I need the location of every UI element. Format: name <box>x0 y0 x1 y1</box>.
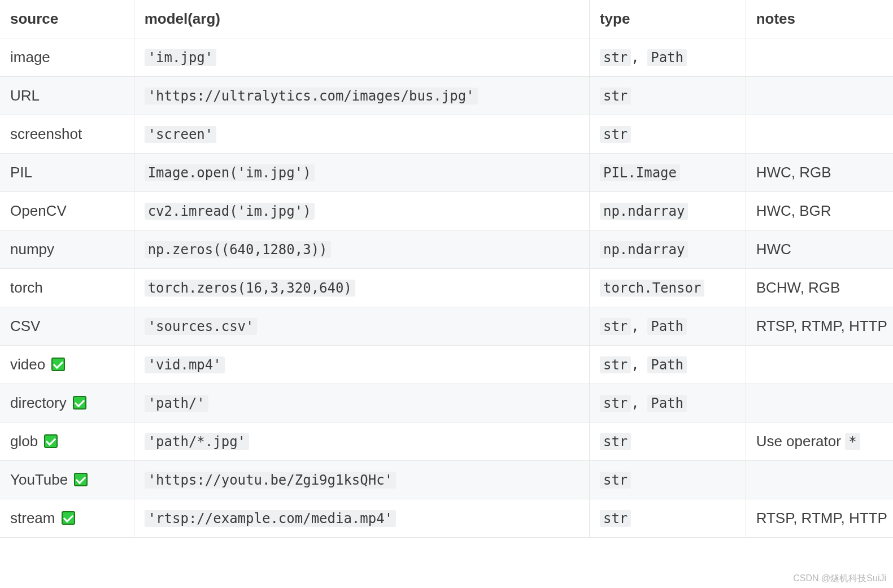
model-arg-code: 'path/*.jpg' <box>145 433 249 450</box>
type-code: str <box>600 472 631 489</box>
model-arg-code: 'screen' <box>145 126 217 143</box>
cell-model: 'https://ultralytics.com/images/bus.jpg' <box>134 77 589 115</box>
type-code: str <box>600 356 631 373</box>
cell-type: np.ndarray <box>589 230 746 269</box>
cell-model: torch.zeros(16,3,320,640) <box>134 269 589 307</box>
cell-notes: RTSP, RTMP, HTTP <box>746 499 893 538</box>
cell-model: 'path/' <box>134 384 589 423</box>
source-label: image <box>10 49 50 66</box>
model-arg-code: Image.open('im.jpg') <box>145 164 315 181</box>
cell-notes <box>746 346 893 384</box>
notes-text: HWC, BGR <box>756 202 831 219</box>
cell-source: directory <box>0 384 134 423</box>
model-arg-code: 'https://youtu.be/Zgi9g1ksQHc' <box>145 472 396 489</box>
cell-type: str <box>589 115 746 154</box>
type-separator: , <box>631 319 647 334</box>
cell-notes: HWC, BGR <box>746 192 893 230</box>
model-arg-code: 'path/' <box>145 395 208 412</box>
cell-source: CSV <box>0 307 134 346</box>
source-label: numpy <box>10 241 54 258</box>
cell-notes <box>746 115 893 154</box>
table-row: CSV'sources.csv'str, PathRTSP, RTMP, HTT… <box>0 307 893 346</box>
cell-notes <box>746 38 893 77</box>
cell-type: torch.Tensor <box>589 269 746 307</box>
type-separator: , <box>631 50 647 66</box>
table-row: YouTube 'https://youtu.be/Zgi9g1ksQHc'st… <box>0 461 893 499</box>
header-source: source <box>0 0 134 38</box>
type-code: str <box>600 433 631 450</box>
cell-source: stream <box>0 499 134 538</box>
cell-type: str <box>589 499 746 538</box>
type-code: Path <box>647 318 687 335</box>
cell-model: Image.open('im.jpg') <box>134 154 589 192</box>
cell-source: PIL <box>0 154 134 192</box>
table-row: glob 'path/*.jpg'strUse operator * <box>0 423 893 461</box>
cell-model: 'im.jpg' <box>134 38 589 77</box>
cell-source: numpy <box>0 230 134 269</box>
type-code: Path <box>647 49 687 66</box>
table-row: PILImage.open('im.jpg')PIL.ImageHWC, RGB <box>0 154 893 192</box>
cell-model: cv2.imread('im.jpg') <box>134 192 589 230</box>
type-code: str <box>600 395 631 412</box>
cell-model: np.zeros((640,1280,3)) <box>134 230 589 269</box>
model-arg-code: cv2.imread('im.jpg') <box>145 203 315 220</box>
source-label: CSV <box>10 317 40 334</box>
cell-model: 'vid.mp4' <box>134 346 589 384</box>
type-code: PIL.Image <box>600 164 680 181</box>
type-separator: , <box>631 357 647 373</box>
model-arg-code: 'rtsp://example.com/media.mp4' <box>145 510 396 527</box>
cell-model: 'https://youtu.be/Zgi9g1ksQHc' <box>134 461 589 499</box>
source-label: URL <box>10 87 40 104</box>
cell-notes <box>746 461 893 499</box>
table-row: numpynp.zeros((640,1280,3))np.ndarrayHWC <box>0 230 893 269</box>
notes-text: BCHW, RGB <box>756 279 840 296</box>
table-row: stream 'rtsp://example.com/media.mp4'str… <box>0 499 893 538</box>
type-code: np.ndarray <box>600 203 689 220</box>
source-label: stream <box>10 509 55 526</box>
cell-source: video <box>0 346 134 384</box>
type-code: str <box>600 126 631 143</box>
notes-text: Use operator <box>756 433 846 450</box>
cell-notes <box>746 384 893 423</box>
cell-notes: HWC, RGB <box>746 154 893 192</box>
check-icon <box>74 473 88 486</box>
cell-notes: BCHW, RGB <box>746 269 893 307</box>
table-row: video 'vid.mp4'str, Path <box>0 346 893 384</box>
header-notes: notes <box>746 0 893 38</box>
type-code: str <box>600 49 631 66</box>
check-icon <box>62 511 75 525</box>
model-arg-code: 'https://ultralytics.com/images/bus.jpg' <box>145 88 478 104</box>
cell-model: 'rtsp://example.com/media.mp4' <box>134 499 589 538</box>
notes-text: HWC <box>756 241 791 258</box>
check-icon <box>44 434 58 448</box>
cell-source: YouTube <box>0 461 134 499</box>
cell-source: OpenCV <box>0 192 134 230</box>
check-icon <box>73 396 86 410</box>
cell-type: str <box>589 423 746 461</box>
cell-model: 'screen' <box>134 115 589 154</box>
source-label: glob <box>10 433 38 450</box>
cell-notes: Use operator * <box>746 423 893 461</box>
table-head: source model(arg) type notes <box>0 0 893 38</box>
source-label: OpenCV <box>10 202 67 219</box>
table-row: URL'https://ultralytics.com/images/bus.j… <box>0 77 893 115</box>
notes-text: HWC, RGB <box>756 164 831 181</box>
source-label: YouTube <box>10 471 68 488</box>
cell-source: image <box>0 38 134 77</box>
model-arg-code: 'sources.csv' <box>145 318 258 335</box>
type-code: str <box>600 318 631 335</box>
source-label: video <box>10 356 45 373</box>
cell-type: str, Path <box>589 384 746 423</box>
notes-text: RTSP, RTMP, HTTP <box>756 509 887 526</box>
table-body: image'im.jpg'str, PathURL'https://ultral… <box>0 38 893 538</box>
model-arg-code: 'vid.mp4' <box>145 356 225 373</box>
table-row: torchtorch.zeros(16,3,320,640)torch.Tens… <box>0 269 893 307</box>
cell-type: np.ndarray <box>589 192 746 230</box>
cell-source: glob <box>0 423 134 461</box>
cell-notes <box>746 77 893 115</box>
cell-notes: HWC <box>746 230 893 269</box>
type-code: torch.Tensor <box>600 280 704 297</box>
notes-text: RTSP, RTMP, HTTP <box>756 317 887 334</box>
cell-model: 'path/*.jpg' <box>134 423 589 461</box>
table-row: directory 'path/'str, Path <box>0 384 893 423</box>
